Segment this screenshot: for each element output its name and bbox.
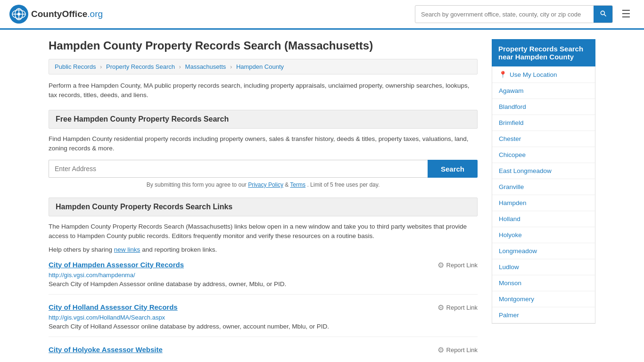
city-link-blandford[interactable]: Blandford (499, 103, 526, 110)
sidebar-city-agawam[interactable]: Agawam (492, 83, 595, 99)
report-link-button-3[interactable]: ⚙ Report Link (438, 346, 478, 354)
location-pin-icon: 📍 (499, 71, 507, 78)
sidebar-city-chester[interactable]: Chester (492, 131, 595, 147)
logo-text: CountyOffice.org (31, 9, 103, 19)
disclaimer-ampersand: & (285, 181, 290, 188)
city-link-ludlow[interactable]: Ludlow (499, 263, 519, 271)
header-search-button[interactable] (594, 6, 612, 23)
terms-link[interactable]: Terms (290, 181, 305, 188)
breadcrumb-hampden-county[interactable]: Hampden County (236, 63, 284, 70)
logo-area: CountyOffice.org (9, 5, 103, 24)
privacy-policy-link[interactable]: Privacy Policy (248, 181, 283, 188)
breadcrumb-sep-1: › (100, 63, 102, 70)
record-link-title-3[interactable]: City of Holyoke Assessor Website (49, 346, 163, 354)
report-link-button-2[interactable]: ⚙ Report Link (438, 303, 478, 312)
page-title: Hampden County Property Records Search (… (49, 39, 478, 52)
record-link-header-3: City of Holyoke Assessor Website ⚙ Repor… (49, 346, 478, 354)
header-search-input[interactable] (415, 7, 594, 22)
main-container: Hampden County Property Records Search (… (39, 39, 605, 362)
sidebar-city-east-longmeadow[interactable]: East Longmeadow (492, 163, 595, 179)
sidebar-city-monson[interactable]: Monson (492, 275, 595, 291)
free-search-description: Find Hampden County residential property… (49, 134, 478, 154)
breadcrumb-massachusetts[interactable]: Massachusetts (185, 63, 226, 70)
breadcrumb-property-records-search[interactable]: Property Records Search (106, 63, 175, 70)
header-search-bar (415, 5, 613, 23)
report-icon-1: ⚙ (438, 261, 444, 270)
search-submit-button[interactable]: Search (428, 160, 478, 178)
share-text-1: Help others by sharing (49, 246, 112, 253)
record-link-header-2: City of Holland Assessor City Records ⚙ … (49, 303, 478, 312)
city-link-brimfield[interactable]: Brimfield (499, 119, 524, 126)
disclaimer-text-2: . Limit of 5 free uses per day. (307, 181, 380, 188)
breadcrumb: Public Records › Property Records Search… (49, 59, 478, 74)
record-link-item-1: City of Hampden Assessor City Records ⚙ … (49, 261, 478, 295)
city-link-holyoke[interactable]: Holyoke (499, 231, 522, 239)
sidebar-city-ludlow[interactable]: Ludlow (492, 259, 595, 275)
sidebar-city-palmer[interactable]: Palmer (492, 307, 595, 323)
sidebar-city-hampden[interactable]: Hampden (492, 195, 595, 211)
sidebar-city-holyoke[interactable]: Holyoke (492, 227, 595, 243)
free-search-header: Free Hampden County Property Records Sea… (49, 110, 478, 129)
disclaimer-text-1: By submitting this form you agree to our (147, 181, 247, 188)
record-desc-1: Search City of Hampden Assessor online d… (49, 280, 478, 288)
record-link-item-2: City of Holland Assessor City Records ⚙ … (49, 303, 478, 337)
share-text-3: and reporting broken links. (142, 246, 217, 253)
sidebar-city-blandford[interactable]: Blandford (492, 99, 595, 115)
links-section-header: Hampden County Property Records Search L… (49, 197, 478, 216)
city-link-monson[interactable]: Monson (499, 280, 521, 287)
report-link-label-3: Report Link (446, 346, 478, 354)
city-link-chester[interactable]: Chester (499, 135, 521, 142)
new-links-link[interactable]: new links (114, 246, 140, 253)
sidebar-city-granville[interactable]: Granville (492, 179, 595, 195)
header-right: ☰ (415, 5, 635, 23)
city-link-montgomery[interactable]: Montgomery (499, 296, 534, 303)
city-link-granville[interactable]: Granville (499, 183, 524, 190)
sidebar-title: Property Records Search near Hampden Cou… (492, 39, 595, 66)
links-section: Hampden County Property Records Search L… (49, 197, 478, 362)
free-search-section: Free Hampden County Property Records Sea… (49, 110, 478, 189)
logo-icon (9, 5, 28, 24)
address-input[interactable] (49, 160, 428, 178)
breadcrumb-public-records[interactable]: Public Records (55, 63, 96, 70)
city-link-chicopee[interactable]: Chicopee (499, 151, 526, 158)
sidebar-list: 📍 Use My Location Agawam Blandford Brimf… (492, 66, 595, 324)
city-link-holland[interactable]: Holland (499, 215, 520, 222)
sidebar-use-location[interactable]: 📍 Use My Location (492, 66, 595, 83)
city-link-east-longmeadow[interactable]: East Longmeadow (499, 167, 552, 174)
sidebar-city-brimfield[interactable]: Brimfield (492, 115, 595, 131)
city-link-longmeadow[interactable]: Longmeadow (499, 247, 537, 255)
record-desc-2: Search City of Holland Assessor online d… (49, 323, 478, 330)
sidebar-city-montgomery[interactable]: Montgomery (492, 291, 595, 307)
record-link-item-3: City of Holyoke Assessor Website ⚙ Repor… (49, 346, 478, 362)
report-link-button-1[interactable]: ⚙ Report Link (438, 261, 478, 270)
record-link-header-1: City of Hampden Assessor City Records ⚙ … (49, 261, 478, 270)
form-disclaimer: By submitting this form you agree to our… (49, 181, 478, 188)
sidebar: Property Records Search near Hampden Cou… (492, 39, 595, 362)
record-link-title-2[interactable]: City of Holland Assessor City Records (49, 303, 178, 311)
city-link-palmer[interactable]: Palmer (499, 312, 519, 319)
address-search-row: Search (49, 160, 478, 178)
city-link-agawam[interactable]: Agawam (499, 87, 524, 94)
record-url-1[interactable]: http://gis.vgsi.com/hampdenma/ (49, 272, 478, 279)
share-links-text: Help others by sharing new links and rep… (49, 246, 478, 253)
report-icon-2: ⚙ (438, 303, 444, 312)
report-link-label-1: Report Link (446, 262, 478, 269)
record-url-2[interactable]: http://gis.vgsi.com/HollandMA/Search.asp… (49, 314, 478, 321)
city-link-hampden[interactable]: Hampden (499, 199, 527, 206)
sidebar-city-holland[interactable]: Holland (492, 211, 595, 227)
sidebar-city-chicopee[interactable]: Chicopee (492, 147, 595, 163)
breadcrumb-sep-2: › (179, 63, 181, 70)
breadcrumb-sep-3: › (230, 63, 232, 70)
content-area: Hampden County Property Records Search (… (49, 39, 478, 362)
links-description: The Hampden County Property Records Sear… (49, 222, 478, 241)
intro-text: Perform a free Hampden County, MA public… (49, 81, 478, 100)
use-my-location-link[interactable]: Use My Location (510, 71, 557, 78)
report-icon-3: ⚙ (438, 346, 444, 354)
sidebar-city-longmeadow[interactable]: Longmeadow (492, 243, 595, 259)
record-link-title-1[interactable]: City of Hampden Assessor City Records (49, 261, 184, 269)
search-icon (599, 9, 607, 17)
hamburger-menu-button[interactable]: ☰ (618, 6, 635, 22)
report-link-label-2: Report Link (446, 304, 478, 311)
header: CountyOffice.org ☰ (0, 0, 644, 30)
